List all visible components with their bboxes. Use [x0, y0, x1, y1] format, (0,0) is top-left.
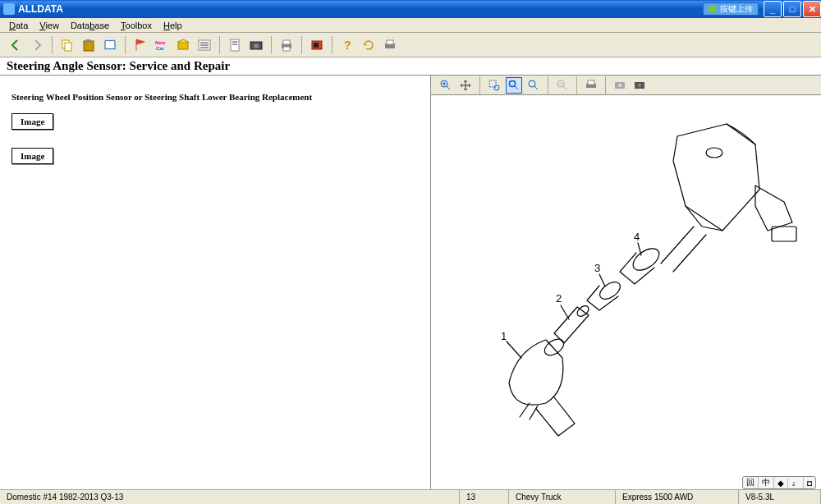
print2-icon[interactable]: [381, 36, 399, 54]
status-make: Chevy Truck: [509, 490, 616, 504]
diagram-label-3: 3: [594, 262, 600, 274]
svg-point-43: [638, 84, 641, 87]
diagram-label-2: 2: [556, 292, 562, 305]
svg-line-53: [638, 243, 641, 255]
svg-rect-6: [178, 42, 188, 49]
status-model: Express 1500 AWD: [616, 490, 739, 504]
image-link-1[interactable]: Image: [11, 113, 53, 130]
pan-icon[interactable]: [457, 77, 474, 94]
ime-indicator[interactable]: 回中◆』◘: [742, 476, 816, 489]
list-icon[interactable]: [195, 36, 213, 54]
svg-rect-11: [231, 39, 239, 51]
image-toolbar: [431, 76, 821, 95]
zoom-out-icon[interactable]: [554, 77, 571, 94]
snapshot-icon[interactable]: [612, 77, 628, 94]
tv-icon[interactable]: [308, 36, 326, 54]
main-toolbar: NewCar ?: [0, 33, 821, 57]
svg-rect-18: [283, 47, 290, 51]
status-bar: Domestic #14 1982-2013 Q3-13 13 Chevy Tr…: [0, 489, 821, 504]
status-sequence: 13: [460, 490, 509, 504]
status-engine: V8-5.3L: [739, 490, 821, 504]
svg-line-25: [447, 86, 450, 89]
paste-icon[interactable]: [80, 36, 98, 54]
menu-bar: Data View Database Toolbox Help: [0, 18, 821, 33]
page-title: Steering Angle Sensor: Service and Repai…: [0, 57, 821, 76]
article-panel: Steering Wheel Position Sensor or Steeri…: [0, 76, 431, 489]
close-button[interactable]: ✕: [803, 1, 821, 17]
print-image-icon[interactable]: [583, 77, 599, 94]
svg-line-51: [561, 305, 569, 319]
svg-rect-23: [387, 40, 393, 44]
svg-text:Car: Car: [156, 46, 165, 51]
svg-line-34: [534, 86, 538, 89]
forward-icon[interactable]: [28, 36, 46, 54]
svg-text:New: New: [155, 40, 166, 45]
svg-text:?: ?: [344, 39, 351, 52]
flag-icon[interactable]: [131, 36, 149, 54]
svg-rect-32: [510, 81, 515, 86]
menu-help[interactable]: Help: [158, 20, 188, 31]
diagram-label-1: 1: [501, 330, 507, 342]
svg-point-49: [542, 336, 566, 359]
svg-point-29: [494, 85, 499, 90]
newcar-icon[interactable]: NewCar: [153, 36, 171, 54]
status-dataset: Domestic #14 1982-2013 Q3-13: [0, 490, 460, 504]
svg-point-33: [529, 80, 535, 87]
svg-line-52: [599, 274, 605, 286]
document-icon[interactable]: [226, 36, 244, 54]
menu-view[interactable]: View: [34, 20, 65, 31]
copy-icon[interactable]: [58, 36, 76, 54]
image-link-2[interactable]: Image: [11, 148, 53, 164]
diagram-label-4: 4: [634, 231, 640, 243]
camera-icon[interactable]: [247, 36, 265, 54]
upload-button[interactable]: 按键上传: [703, 2, 759, 16]
minimize-button[interactable]: _: [764, 1, 782, 17]
refresh-icon[interactable]: [360, 36, 378, 54]
svg-point-41: [618, 84, 621, 87]
menu-toolbox[interactable]: Toolbox: [115, 20, 158, 31]
zoom-area-icon[interactable]: [486, 77, 502, 94]
diagram-canvas[interactable]: 1 2 3 4: [431, 95, 821, 489]
svg-rect-3: [86, 39, 91, 43]
svg-rect-45: [772, 227, 796, 241]
svg-rect-20: [314, 43, 319, 48]
window-title: ALLDATA: [18, 3, 703, 15]
svg-rect-1: [65, 43, 71, 51]
box-icon[interactable]: [174, 36, 192, 54]
zoom-in-icon[interactable]: [438, 77, 454, 94]
zoom-fit-icon[interactable]: [506, 77, 522, 94]
svg-point-15: [254, 44, 259, 48]
help-icon[interactable]: ?: [338, 36, 356, 54]
article-heading: Steering Wheel Position Sensor or Steeri…: [11, 92, 419, 102]
svg-line-31: [515, 86, 518, 89]
svg-point-46: [630, 244, 663, 274]
snapshot2-icon[interactable]: [631, 77, 648, 94]
zoom-actual-icon[interactable]: [525, 77, 542, 94]
svg-line-50: [507, 341, 521, 358]
menu-database[interactable]: Database: [65, 20, 115, 31]
menu-data[interactable]: Data: [3, 20, 34, 31]
image-panel: 1 2 3 4: [431, 76, 821, 489]
print-icon[interactable]: [277, 36, 296, 54]
content-area: Steering Wheel Position Sensor or Steeri…: [0, 76, 821, 489]
svg-rect-17: [283, 40, 290, 44]
svg-line-36: [563, 86, 566, 89]
maximize-button[interactable]: □: [783, 1, 801, 17]
book-icon[interactable]: [101, 36, 119, 54]
back-icon[interactable]: [7, 36, 25, 54]
window-titlebar: ALLDATA 按键上传 _ □ ✕: [0, 0, 821, 18]
svg-point-47: [597, 278, 623, 302]
app-icon: [3, 3, 15, 15]
svg-point-44: [706, 148, 722, 158]
svg-rect-39: [588, 80, 594, 85]
